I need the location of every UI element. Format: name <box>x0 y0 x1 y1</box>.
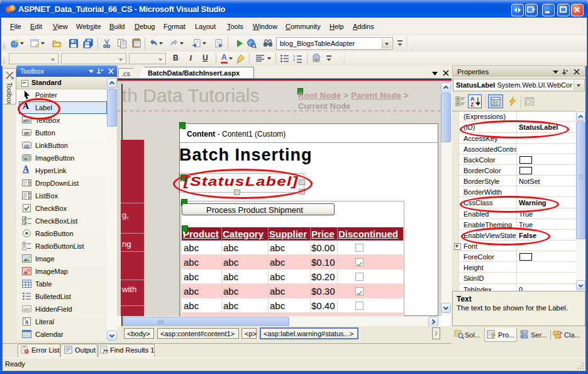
svg-text:ab: ab <box>24 130 30 136</box>
svg-text:2: 2 <box>293 58 296 62</box>
svg-text:a: a <box>25 319 28 325</box>
svg-text:ab: ab <box>24 143 30 149</box>
svg-text:abl: abl <box>23 307 30 312</box>
